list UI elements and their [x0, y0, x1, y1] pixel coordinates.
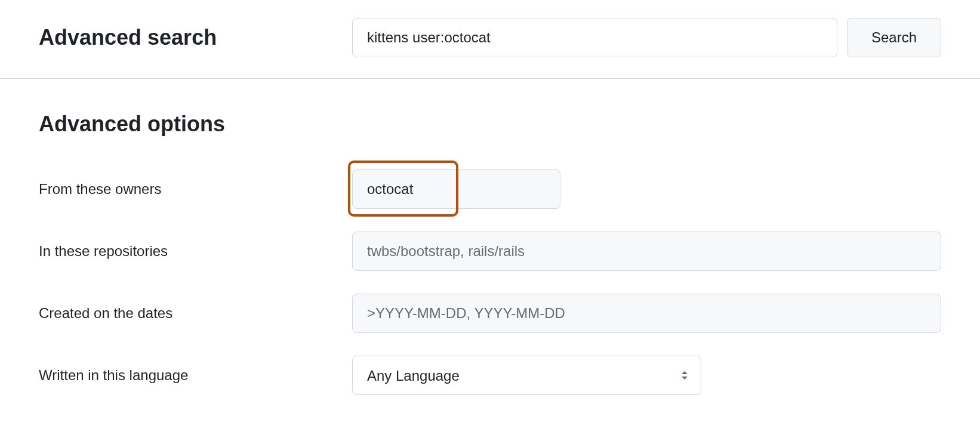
- form-row-dates: Created on the dates: [39, 294, 941, 333]
- repositories-label: In these repositories: [39, 243, 352, 260]
- search-button[interactable]: Search: [847, 18, 941, 57]
- language-select[interactable]: Any Language: [352, 356, 701, 395]
- dates-input[interactable]: [352, 294, 941, 333]
- search-row: Search: [352, 18, 941, 57]
- repositories-input[interactable]: [352, 232, 941, 271]
- dates-label: Created on the dates: [39, 305, 352, 322]
- advanced-options-section: Advanced options From these owners In th…: [0, 79, 980, 438]
- page-title: Advanced search: [39, 25, 352, 50]
- language-select-wrapper: Any Language: [352, 356, 701, 395]
- owners-input[interactable]: [352, 169, 560, 209]
- search-input[interactable]: [352, 18, 837, 57]
- advanced-search-header: Advanced search Search: [0, 0, 980, 79]
- form-row-repositories: In these repositories: [39, 232, 941, 271]
- form-row-language: Written in this language Any Language: [39, 356, 941, 395]
- language-label: Written in this language: [39, 367, 352, 384]
- owners-input-wrapper: [352, 169, 941, 209]
- section-title: Advanced options: [39, 112, 941, 137]
- owners-label: From these owners: [39, 181, 352, 198]
- form-row-owners: From these owners: [39, 169, 941, 209]
